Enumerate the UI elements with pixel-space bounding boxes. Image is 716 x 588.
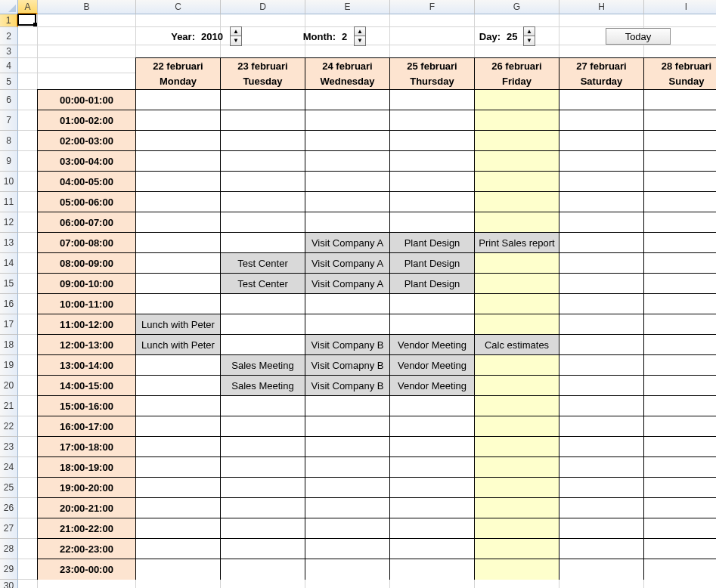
column-header-A[interactable]: A <box>18 0 38 14</box>
cell-d6-t18[interactable] <box>644 457 716 478</box>
event-cell[interactable]: Visit Company A <box>305 253 390 274</box>
cell-d6-t20[interactable] <box>644 498 716 518</box>
row-header-24[interactable]: 24 <box>0 457 18 478</box>
cell-d5-t3[interactable] <box>559 151 644 172</box>
cell-d5-t21[interactable] <box>559 518 644 539</box>
cell-d1-t4[interactable] <box>221 172 305 192</box>
cell-d0-t22[interactable] <box>136 539 221 559</box>
cell-d3-t1[interactable] <box>390 110 475 131</box>
cell-d3-t4[interactable] <box>390 172 475 192</box>
cell-d2-t4[interactable] <box>305 172 390 192</box>
cell-d5-t9[interactable] <box>559 274 644 294</box>
month-spinner-down[interactable]: ▼ <box>354 36 366 46</box>
cell-d3-t10[interactable] <box>390 294 475 314</box>
cell-d0-t1[interactable] <box>136 110 221 131</box>
cell-d1-t12[interactable] <box>221 335 305 355</box>
cell-d1-t21[interactable] <box>221 518 305 539</box>
cell-d2-t19[interactable] <box>305 478 390 498</box>
cell-d3-t15[interactable] <box>390 396 475 416</box>
row-header-20[interactable]: 20 <box>0 376 18 396</box>
cell-d0-t3[interactable] <box>136 151 221 172</box>
cell-d2-t3[interactable] <box>305 151 390 172</box>
cell-d1-t16[interactable] <box>221 416 305 437</box>
event-cell[interactable]: Plant Design <box>390 233 475 253</box>
cell-d1-t5[interactable] <box>221 192 305 212</box>
cell-d0-t17[interactable] <box>136 437 221 457</box>
cell-d5-t17[interactable] <box>559 437 644 457</box>
cell-d6-t9[interactable] <box>644 274 716 294</box>
cell-d3-t3[interactable] <box>390 151 475 172</box>
cell-d6-t11[interactable] <box>644 314 716 335</box>
cell-d4-t17[interactable] <box>475 437 559 457</box>
cell-d1-t15[interactable] <box>221 396 305 416</box>
event-cell[interactable]: Lunch with Peter <box>136 335 221 355</box>
cell-d2-t11[interactable] <box>305 314 390 335</box>
cell-d5-t14[interactable] <box>559 376 644 396</box>
cell-d4-t3[interactable] <box>475 151 559 172</box>
cell-d5-t0[interactable] <box>559 90 644 110</box>
event-cell[interactable]: Vendor Meeting <box>390 335 475 355</box>
event-cell[interactable]: Lunch with Peter <box>136 314 221 335</box>
cell-d4-t21[interactable] <box>475 518 559 539</box>
row-header-16[interactable]: 16 <box>0 294 18 314</box>
row-header-14[interactable]: 14 <box>0 253 18 274</box>
event-cell[interactable]: Vendor Meeting <box>390 355 475 376</box>
cell-d1-t20[interactable] <box>221 498 305 518</box>
cell-d4-t11[interactable] <box>475 314 559 335</box>
event-cell[interactable]: Visit Company B <box>305 376 390 396</box>
row-header-19[interactable]: 19 <box>0 355 18 376</box>
event-cell[interactable]: Print Sales report <box>475 233 559 253</box>
cell-d6-t5[interactable] <box>644 192 716 212</box>
cell-d6-t3[interactable] <box>644 151 716 172</box>
column-header-B[interactable]: B <box>38 0 136 14</box>
cell-d1-t2[interactable] <box>221 131 305 151</box>
cell-d6-t19[interactable] <box>644 478 716 498</box>
cell-d0-t6[interactable] <box>136 212 221 233</box>
cell-d4-t13[interactable] <box>475 355 559 376</box>
cell-d1-t3[interactable] <box>221 151 305 172</box>
cell-d1-t23[interactable] <box>221 559 305 580</box>
row-header-7[interactable]: 7 <box>0 110 18 131</box>
cell-d5-t23[interactable] <box>559 559 644 580</box>
event-cell[interactable]: Sales Meeting <box>221 355 305 376</box>
cell-d1-t18[interactable] <box>221 457 305 478</box>
event-cell[interactable]: Plant Design <box>390 253 475 274</box>
row-header-27[interactable]: 27 <box>0 518 18 539</box>
cell-d5-t10[interactable] <box>559 294 644 314</box>
cell-d6-t0[interactable] <box>644 90 716 110</box>
event-cell[interactable]: Vendor Meeting <box>390 376 475 396</box>
cell-d3-t19[interactable] <box>390 478 475 498</box>
cell-d6-t2[interactable] <box>644 131 716 151</box>
cell-d4-t15[interactable] <box>475 396 559 416</box>
cell-d3-t5[interactable] <box>390 192 475 212</box>
column-header-E[interactable]: E <box>305 0 390 14</box>
cell-d6-t17[interactable] <box>644 437 716 457</box>
cell-d4-t1[interactable] <box>475 110 559 131</box>
event-cell[interactable]: Test Center <box>221 274 305 294</box>
cell-d6-t12[interactable] <box>644 335 716 355</box>
cell-d2-t0[interactable] <box>305 90 390 110</box>
cell-d0-t20[interactable] <box>136 498 221 518</box>
row-header-10[interactable]: 10 <box>0 172 18 192</box>
cell-d3-t20[interactable] <box>390 498 475 518</box>
cell-d6-t14[interactable] <box>644 376 716 396</box>
cell-d0-t5[interactable] <box>136 192 221 212</box>
cell-d4-t0[interactable] <box>475 90 559 110</box>
cell-d5-t7[interactable] <box>559 233 644 253</box>
cell-d4-t23[interactable] <box>475 559 559 580</box>
cell-d2-t16[interactable] <box>305 416 390 437</box>
cell-d2-t1[interactable] <box>305 110 390 131</box>
cell-d0-t2[interactable] <box>136 131 221 151</box>
row-header-15[interactable]: 15 <box>0 274 18 294</box>
cell-d5-t11[interactable] <box>559 314 644 335</box>
cell-d0-t15[interactable] <box>136 396 221 416</box>
event-cell[interactable]: Visit Company A <box>305 233 390 253</box>
cell-d0-t9[interactable] <box>136 274 221 294</box>
row-header-12[interactable]: 12 <box>0 212 18 233</box>
column-header-I[interactable]: I <box>644 0 716 14</box>
cell-d5-t2[interactable] <box>559 131 644 151</box>
day-spinner[interactable]: ▲▼ <box>523 26 535 46</box>
cell-d5-t6[interactable] <box>559 212 644 233</box>
cell-d0-t14[interactable] <box>136 376 221 396</box>
cell-d5-t18[interactable] <box>559 457 644 478</box>
